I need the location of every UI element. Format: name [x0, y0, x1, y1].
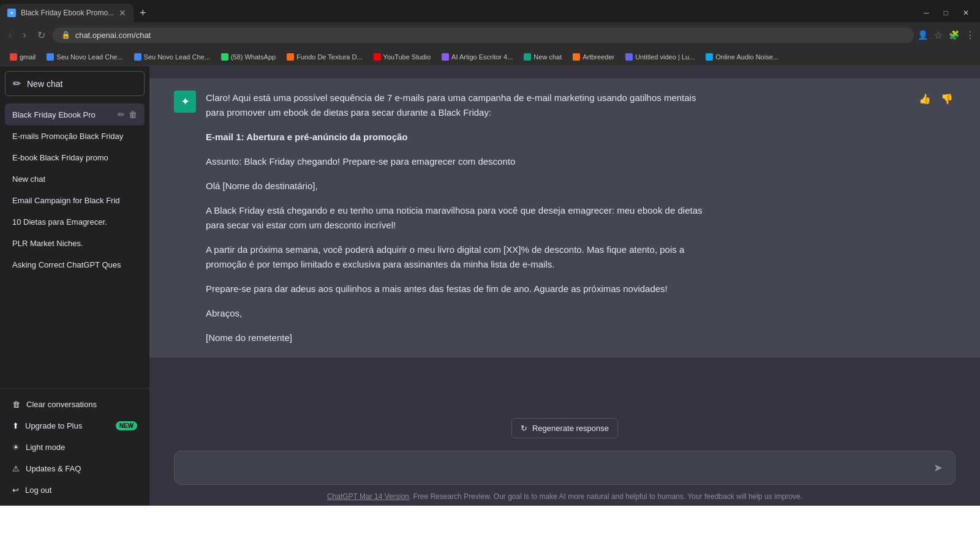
conversation-actions: ✏ 🗑 [118, 110, 137, 119]
regenerate-response-button[interactable]: ↻ Regenerate response [511, 418, 618, 438]
email1-subject: Assunto: Black Friday chegando! Prepare-… [206, 154, 708, 169]
conversation-item-email-campaign[interactable]: Email Campaign for Black Frid [5, 190, 145, 211]
bookmark-untitled-video[interactable]: Untitled video | Lu... [620, 52, 699, 62]
url-text: chat.openai.com/chat [75, 31, 151, 40]
conversation-list: Black Friday Ebook Pro ✏ 🗑 E-mails Promo… [0, 103, 149, 388]
conversation-item-black-friday-ebook[interactable]: Black Friday Ebook Pro ✏ 🗑 [5, 103, 145, 126]
light-mode-label: Light mode [26, 443, 65, 452]
chat-area: ✦ Claro! Aqui está uma possível sequênci… [149, 66, 980, 413]
regen-label: Regenerate response [532, 424, 609, 433]
email1-heading: E-mail 1: Abertura e pré-anúncio da prom… [206, 130, 708, 144]
conversation-title: E-mails Promoção Black Friday [12, 132, 137, 141]
thumbs-down-button[interactable]: 👎 [938, 91, 956, 107]
conversation-item-plr-market[interactable]: PLR Market Niches. [5, 233, 145, 254]
clear-conversations-button[interactable]: 🗑 Clear conversations [5, 394, 145, 415]
profile-icon[interactable]: 👤 [918, 30, 928, 40]
new-tab-button[interactable]: + [134, 7, 153, 20]
logout-label: Log out [25, 485, 51, 495]
main-content: ✦ Claro! Aqui está uma possível sequênci… [149, 66, 980, 506]
new-chat-label: New chat [27, 79, 62, 89]
conversation-title: Black Friday Ebook Pro [12, 110, 118, 119]
light-mode-button[interactable]: ☀ Light mode [5, 437, 145, 458]
para1: A Black Friday está chegando e eu tenho … [206, 203, 708, 233]
bookmark-audio-noise[interactable]: Online Audio Noise... [701, 52, 783, 62]
upgrade-icon: ⬆ [12, 421, 19, 430]
extensions-icon[interactable]: 🧩 [949, 30, 959, 40]
para2: A partir da próxima semana, você poderá … [206, 242, 708, 272]
upgrade-to-plus-button[interactable]: ⬆ Upgrade to Plus NEW [5, 415, 145, 437]
bookmark-lead1[interactable]: Seu Novo Lead Che... [42, 52, 127, 62]
new-chat-icon: ✏ [13, 78, 21, 89]
upgrade-label: Upgrade to Plus [25, 421, 82, 430]
light-mode-icon: ☀ [12, 443, 20, 452]
reload-button[interactable]: ↻ [34, 27, 49, 43]
footer-text: . Free Research Preview. Our goal is to … [409, 492, 802, 501]
assistant-message: ✦ Claro! Aqui está uma possível sequênci… [149, 78, 980, 358]
regen-icon: ↻ [521, 424, 527, 433]
bookmark-new-chat[interactable]: New chat [519, 52, 567, 62]
bookmark-youtube-studio[interactable]: YouTube Studio [369, 52, 435, 62]
maximize-button[interactable]: □ [938, 6, 954, 20]
input-area: ➤ [149, 443, 980, 487]
conversation-item-emails-promo[interactable]: E-mails Promoção Black Friday [5, 126, 145, 147]
bookmarks-bar: gmail Seu Novo Lead Che... Seu Novo Lead… [0, 48, 980, 66]
input-box: ➤ [174, 451, 956, 485]
conversation-title: E-book Black Friday promo [12, 153, 137, 162]
tab-favicon: ✦ [7, 9, 16, 17]
tab-title: Black Friday Ebook Promo... [21, 9, 114, 17]
bookmark-whatsapp[interactable]: (58) WhatsApp [216, 52, 281, 62]
thumbs-up-button[interactable]: 👍 [916, 91, 933, 107]
logout-button[interactable]: ↩ Log out [5, 479, 145, 501]
intro-paragraph: Claro! Aqui está uma possível sequência … [206, 91, 708, 120]
conversation-item-10-dietas[interactable]: 10 Dietas para Emagrecer. [5, 211, 145, 233]
bookmark-gmail[interactable]: gmail [5, 52, 40, 62]
clear-conversations-label: Clear conversations [26, 400, 97, 409]
menu-icon[interactable]: ⋮ [965, 29, 975, 41]
updates-faq-button[interactable]: ⚠ Updates & FAQ [5, 458, 145, 479]
closing: Abraços, [206, 306, 708, 321]
address-bar[interactable]: 🔒 chat.openai.com/chat [53, 28, 914, 43]
minimize-button[interactable]: ─ [918, 6, 935, 20]
edit-conversation-icon[interactable]: ✏ [118, 110, 125, 119]
message-actions: 👍 👎 [916, 91, 956, 107]
chat-input[interactable] [184, 462, 925, 473]
bookmark-ai-artigo[interactable]: AI Artigo Escritor 4... [437, 52, 518, 62]
active-tab[interactable]: ✦ Black Friday Ebook Promo... ✕ [0, 4, 134, 22]
conversation-title: 10 Dietas para Emagrecer. [12, 217, 137, 227]
bookmark-lead2[interactable]: Seu Novo Lead Che... [129, 52, 215, 62]
close-tab-button[interactable]: ✕ [119, 8, 126, 18]
logout-icon: ↩ [12, 485, 19, 495]
message-body: Claro! Aqui está uma possível sequência … [206, 91, 708, 345]
conversation-title: Email Campaign for Black Frid [12, 196, 137, 205]
back-button[interactable]: ‹ [5, 27, 15, 43]
gpt-avatar: ✦ [174, 91, 196, 113]
updates-icon: ⚠ [12, 464, 20, 473]
new-chat-button[interactable]: ✏ New chat [5, 71, 145, 96]
updates-label: Updates & FAQ [26, 464, 81, 473]
conversation-item-ebook-promo[interactable]: E-book Black Friday promo [5, 147, 145, 168]
security-icon: 🔒 [61, 31, 70, 39]
chatgpt-version-link[interactable]: ChatGPT Mar 14 Version [327, 492, 409, 501]
regenerate-area: ↻ Regenerate response [149, 413, 980, 443]
conversation-item-asking-correct[interactable]: Asking Correct ChatGPT Ques [5, 254, 145, 276]
star-icon[interactable]: ☆ [934, 29, 943, 41]
delete-conversation-icon[interactable]: 🗑 [129, 110, 137, 119]
clear-icon: 🗑 [12, 400, 20, 409]
forward-button[interactable]: › [19, 27, 29, 43]
footer: ChatGPT Mar 14 Version. Free Research Pr… [149, 487, 980, 506]
send-button[interactable]: ➤ [931, 459, 945, 477]
bookmark-textura[interactable]: Fundo De Textura D... [282, 52, 367, 62]
new-badge: NEW [116, 421, 137, 430]
sidebar: ✏ New chat Black Friday Ebook Pro ✏ 🗑 E-… [0, 66, 149, 506]
para3: Prepare-se para dar adeus aos quilinhos … [206, 282, 708, 296]
conversation-item-new-chat[interactable]: New chat [5, 168, 145, 190]
conversation-title: Asking Correct ChatGPT Ques [12, 260, 137, 269]
close-window-button[interactable]: ✕ [957, 6, 975, 20]
greeting: Olá [Nome do destinatário], [206, 179, 708, 193]
sender: [Nome do remetente] [206, 331, 708, 345]
conversation-title: PLR Market Niches. [12, 239, 137, 248]
conversation-title: New chat [12, 174, 137, 184]
bookmark-artbreeder[interactable]: Artbreeder [568, 52, 619, 62]
